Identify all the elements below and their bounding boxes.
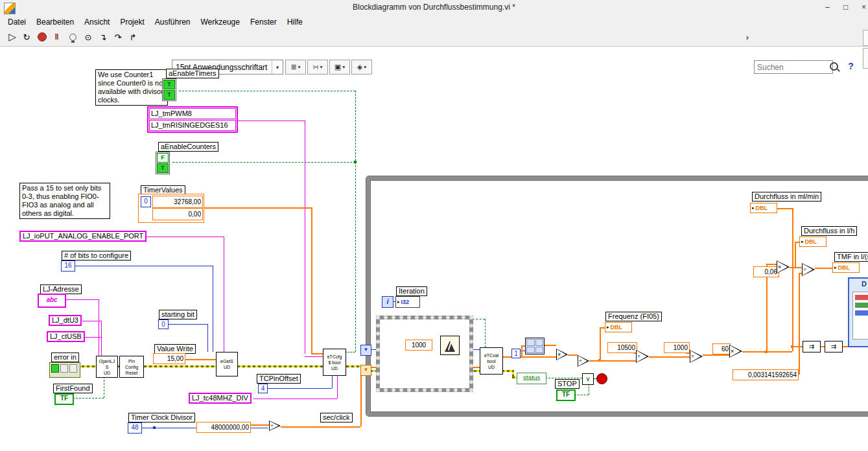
multiply-node[interactable]: × — [777, 260, 790, 273]
array-element[interactable]: 0,00 — [152, 208, 203, 220]
boolean-array-aenablecounters[interactable]: F T — [156, 152, 170, 174]
resize-objects-dropdown[interactable]: ▣ ▾ — [329, 60, 350, 75]
divide-node[interactable]: ÷ — [636, 350, 649, 363]
boolean-constant-firstfound[interactable]: TF — [54, 393, 74, 405]
array-element[interactable]: 32768,00 — [152, 196, 203, 208]
menu-ansicht[interactable]: Ansicht — [79, 16, 115, 28]
numeric-constant-divisor[interactable]: 48 — [128, 422, 142, 434]
or-node[interactable]: ∨ — [582, 373, 594, 385]
align-objects-icon: ≣ — [290, 63, 296, 71]
string-constant-lj-dtu3[interactable]: LJ_dtU3 — [49, 315, 82, 326]
dbl-indicator-l-h[interactable]: ▸DBL — [799, 237, 827, 247]
maximize-button[interactable]: □ — [837, 1, 854, 14]
minimize-button[interactable]: – — [819, 1, 836, 14]
numeric-constant-tcpinoffset[interactable]: 4 — [258, 384, 268, 393]
boolean-cell[interactable]: T — [163, 80, 175, 89]
step-over-button[interactable]: ↷ — [111, 30, 125, 44]
vi-pin-config-reset[interactable]: PinConfigReset — [119, 356, 144, 378]
string-constant-lj-ctusb[interactable]: LJ_ctUSB — [47, 331, 85, 342]
loop-condition-terminal[interactable] — [596, 373, 607, 384]
merge-signals-node[interactable]: ⇉ — [825, 341, 843, 353]
express-vi[interactable]: D — [848, 277, 868, 347]
run-continuous-button[interactable]: ↻ — [19, 30, 34, 44]
string-constant[interactable]: LJ_tmRISINGEDGES16 — [149, 120, 236, 131]
dbl-indicator-ml-min[interactable]: ▸DBL — [750, 203, 777, 213]
pause-button[interactable]: ‖ — [50, 30, 64, 44]
divide-node[interactable]: ÷ — [690, 350, 703, 363]
search-input[interactable] — [754, 60, 833, 74]
comment-bits: Pass a 15 to set only bits 0-3, thus ena… — [19, 183, 110, 219]
boolean-cell[interactable]: T — [157, 163, 169, 173]
highlight-execution-button[interactable] — [65, 30, 80, 44]
divide-node[interactable]: ÷ — [802, 263, 815, 276]
divide-node[interactable]: ÷ — [269, 421, 281, 431]
error-source-cell — [69, 364, 77, 373]
numeric-constant-starting-bit[interactable]: 0 — [158, 319, 169, 329]
timer-values-array[interactable]: 0 32768,00 0,00 — [138, 194, 204, 223]
numeric-constant-60[interactable]: 60 — [712, 343, 731, 354]
label-bits-to-configure: # of bits to configure — [62, 251, 131, 260]
abort-button[interactable] — [35, 30, 49, 44]
boolean-cell[interactable]: F — [157, 153, 169, 163]
wire — [281, 426, 360, 428]
numeric-constant-10500[interactable]: 10500 — [607, 342, 637, 353]
numeric-constant-bits[interactable]: 16 — [61, 260, 75, 272]
distribute-objects-dropdown[interactable]: ∺ ▾ — [307, 60, 328, 75]
i32-indicator[interactable]: ▸ I32 — [395, 296, 420, 308]
menu-datei[interactable]: Datei — [3, 16, 31, 28]
close-button[interactable]: × — [855, 1, 868, 14]
loop-tunnel-blue[interactable]: ▼ — [360, 345, 371, 356]
chevron-down-icon: ▾ — [298, 64, 301, 70]
string-control-lj-adresse[interactable]: abc — [38, 294, 66, 308]
dbl-indicator-tmf[interactable]: ▸DBL — [832, 262, 860, 273]
boolean-cell[interactable]: T — [163, 90, 175, 100]
numeric-constant-pi[interactable]: 0,003141592654 — [733, 369, 799, 380]
wait-ms-multiple-icon[interactable] — [440, 336, 460, 355]
menu-fenster[interactable]: Fenster — [245, 16, 282, 28]
iteration-terminal[interactable]: i — [382, 296, 393, 308]
wire — [355, 91, 356, 352]
merge-signals-node[interactable]: ⇉ — [803, 341, 821, 353]
vi-open-labjack[interactable]: OpenLJSUD — [96, 356, 118, 378]
timer-mode-constants[interactable]: LJ_tmPWM8 LJ_tmRISINGEDGES16 — [147, 106, 238, 133]
numeric-constant-index[interactable]: 1 — [511, 349, 521, 358]
boolean-array-aenabletimers[interactable]: T T — [162, 78, 176, 101]
reorder-dropdown[interactable]: ◈ ▾ — [351, 60, 372, 75]
vi-egets[interactable]: eGetSUD — [216, 352, 238, 376]
numeric-constant-006[interactable]: 0,06 — [753, 266, 779, 277]
divide-node[interactable]: ÷ — [578, 355, 589, 367]
multiply-node[interactable]: × — [729, 345, 742, 358]
menu-ausfuehren[interactable]: Ausführen — [150, 16, 196, 28]
numeric-constant-clock-frequency[interactable]: 48000000,00 — [196, 422, 251, 433]
numeric-constant-1000[interactable]: 1000 — [664, 342, 690, 353]
multiply-node[interactable]: × — [556, 349, 568, 360]
numeric-constant-value-write[interactable]: 15,00 — [153, 353, 185, 364]
string-constant[interactable]: LJ_tmPWM8 — [149, 108, 236, 119]
dbl-indicator-frequenz[interactable]: ▸DBL — [605, 322, 632, 332]
wire — [144, 237, 224, 237]
error-in-cluster[interactable] — [49, 362, 80, 378]
string-constant-lj-tc48mhz-div[interactable]: LJ_tc48MHZ_DIV — [189, 393, 252, 404]
vi-etcval[interactable]: eTCvalboolUD — [480, 347, 503, 375]
search-icon[interactable] — [830, 62, 838, 71]
wire — [203, 207, 311, 209]
menu-werkzeuge[interactable]: Werkzeuge — [195, 16, 244, 28]
status-indicator[interactable]: status — [517, 373, 546, 384]
run-button[interactable]: ▷ — [5, 30, 19, 44]
lightbulb-icon — [69, 34, 76, 41]
menu-bearbeiten[interactable]: Bearbeiten — [31, 16, 79, 28]
string-constant-analog-enable-port[interactable]: LJ_ioPUT_ANALOG_ENABLE_PORT — [19, 231, 147, 242]
boolean-control-stop[interactable]: TF — [556, 389, 576, 401]
numeric-constant-wait-ms[interactable]: 1000 — [405, 340, 432, 351]
align-objects-dropdown[interactable]: ≣ ▾ — [285, 60, 306, 75]
menu-hilfe[interactable]: Hilfe — [282, 16, 308, 28]
step-into-button[interactable]: ↴ — [96, 30, 110, 44]
help-button[interactable]: ? — [845, 60, 857, 73]
step-out-button[interactable]: ↱ — [126, 30, 140, 44]
array-index[interactable]: 0 — [141, 196, 151, 207]
retain-wire-values-button[interactable]: ⊙ — [81, 30, 95, 44]
loop-tunnel-orange[interactable]: ▼ — [360, 365, 371, 376]
index-array-node[interactable] — [525, 338, 545, 354]
menu-projekt[interactable]: Projekt — [115, 16, 149, 28]
vi-etccfg[interactable]: eTCcfg$ boolUD — [323, 349, 346, 376]
